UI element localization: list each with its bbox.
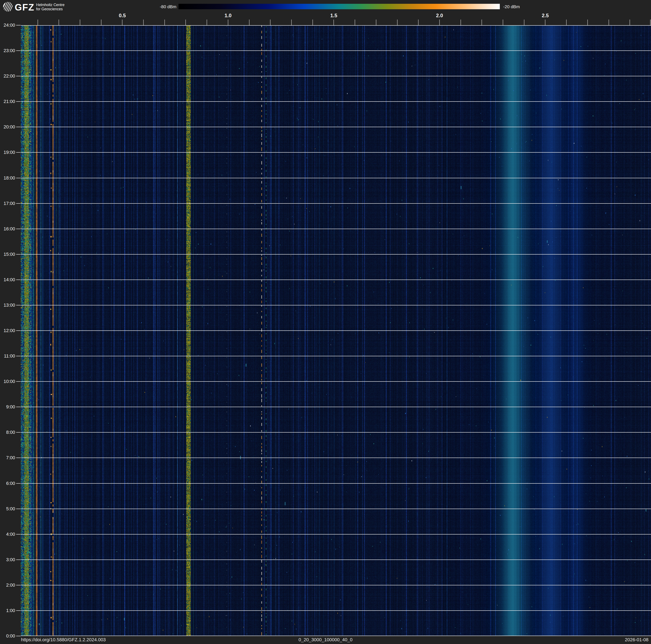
time-label: 19:00	[0, 150, 15, 155]
freq-tick	[629, 20, 630, 25]
freq-tick	[59, 20, 59, 25]
time-label: 13:00	[0, 302, 15, 308]
time-tick	[16, 101, 21, 102]
time-tick	[16, 51, 21, 51]
time-tick	[16, 407, 21, 407]
time-tick	[16, 585, 21, 585]
time-label: 3:00	[0, 557, 15, 562]
freq-tick	[228, 20, 228, 25]
time-label: 24:00	[0, 23, 15, 28]
time-tick	[16, 229, 21, 229]
time-label: 15:00	[0, 252, 15, 257]
colorbar-max-label: -20 dBm	[503, 4, 520, 9]
colorbar	[179, 4, 500, 9]
time-label: 23:00	[0, 48, 15, 53]
freq-tick	[38, 20, 38, 25]
freq-tick	[376, 20, 376, 25]
footer-doi-link: https://doi.org/10.5880/GFZ.1.2.2024.003	[21, 637, 106, 643]
time-tick	[16, 636, 21, 636]
freq-tick	[545, 20, 546, 25]
time-label: 22:00	[0, 74, 15, 79]
time-label: 14:00	[0, 277, 15, 283]
time-label: 17:00	[0, 201, 15, 206]
freq-tick	[164, 20, 165, 25]
freq-tick	[482, 20, 482, 25]
freq-tick	[587, 20, 588, 25]
freq-tick	[566, 20, 566, 25]
time-tick	[16, 178, 21, 178]
freq-tick-label: 0.5	[114, 12, 131, 19]
freq-tick	[101, 20, 101, 25]
time-label: 8:00	[0, 430, 15, 435]
time-tick	[16, 458, 21, 458]
colorbar-min-label: -80 dBm	[147, 4, 177, 9]
freq-tick	[461, 20, 461, 25]
freq-tick	[249, 20, 249, 25]
time-tick	[16, 432, 21, 433]
time-label: 18:00	[0, 175, 15, 181]
time-label: 9:00	[0, 404, 15, 410]
time-tick	[16, 330, 21, 331]
freq-tick	[503, 20, 503, 25]
time-label: 7:00	[0, 455, 15, 461]
footer-date: 2026-01-08	[625, 637, 649, 643]
time-tick	[16, 127, 21, 127]
time-tick	[16, 509, 21, 509]
freq-tick	[524, 20, 524, 25]
freq-tick-label: 2.0	[431, 12, 448, 19]
time-tick	[16, 76, 21, 76]
time-tick	[16, 356, 21, 356]
time-label: 10:00	[0, 379, 15, 384]
time-tick	[16, 483, 21, 484]
time-tick	[16, 25, 21, 25]
brand-text: GFZ	[15, 2, 34, 12]
spectrogram-page: GFZ Helmholtz Centre for Geosciences -80…	[0, 0, 651, 644]
freq-tick	[609, 20, 609, 25]
time-tick	[16, 203, 21, 204]
time-tick	[16, 559, 21, 560]
freq-tick	[270, 20, 271, 25]
freq-tick	[122, 20, 122, 25]
freq-tick	[207, 20, 207, 25]
freq-tick	[334, 20, 334, 25]
freq-tick	[439, 20, 440, 25]
time-tick	[16, 280, 21, 280]
freq-tick-label: 2.5	[537, 12, 554, 19]
time-label: 2:00	[0, 582, 15, 588]
freq-tick	[143, 20, 144, 25]
time-label: 16:00	[0, 226, 15, 232]
time-label: 6:00	[0, 481, 15, 486]
freq-tick-label: 1.0	[220, 12, 237, 19]
time-tick	[16, 254, 21, 255]
freq-tick	[291, 20, 292, 25]
spectrogram-canvas	[21, 25, 651, 636]
freq-tick	[650, 20, 651, 25]
freq-tick	[397, 20, 398, 25]
time-label: 1:00	[0, 608, 15, 613]
time-label: 5:00	[0, 506, 15, 511]
time-label: 12:00	[0, 328, 15, 333]
time-tick	[16, 381, 21, 382]
org-name-line1: Helmholtz Centre	[36, 3, 64, 7]
freq-tick	[80, 20, 80, 25]
time-tick	[16, 305, 21, 305]
freq-tick	[312, 20, 313, 25]
time-label: 11:00	[0, 353, 15, 359]
time-label: 20:00	[0, 124, 15, 130]
time-label: 21:00	[0, 99, 15, 104]
gfz-logo-icon	[3, 2, 13, 12]
time-label: 4:00	[0, 531, 15, 537]
org-name-line2: for Geosciences	[36, 7, 63, 11]
time-tick	[16, 152, 21, 153]
freq-tick	[418, 20, 418, 25]
freq-tick-label: 1.5	[325, 12, 342, 19]
time-tick	[16, 610, 21, 611]
freq-tick	[355, 20, 355, 25]
freq-tick	[185, 20, 186, 25]
time-tick	[16, 534, 21, 534]
